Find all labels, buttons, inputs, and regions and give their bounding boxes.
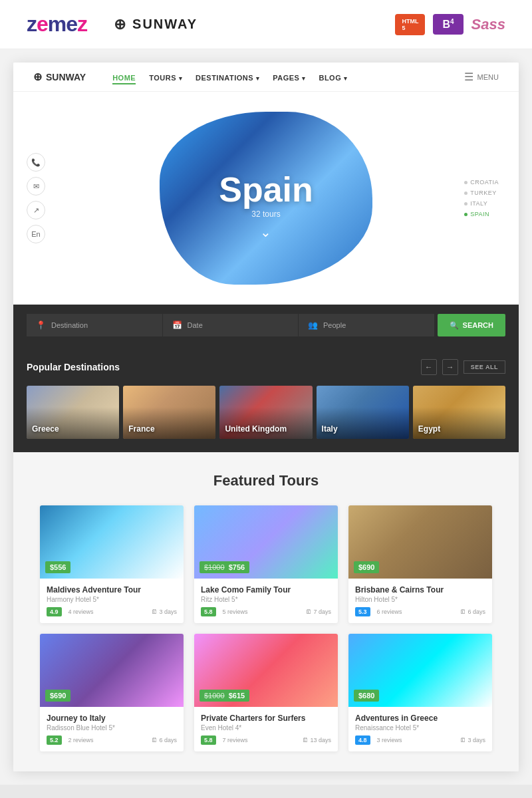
tour-days: 🗓 6 days bbox=[152, 737, 177, 743]
destinations-next[interactable]: → bbox=[442, 359, 458, 375]
tour-days: 🗓 3 days bbox=[152, 608, 177, 615]
hamburger-icon: ☰ bbox=[464, 70, 473, 83]
tour-name: Lake Como Family Tour bbox=[201, 585, 331, 595]
tour-image: $680 bbox=[348, 634, 492, 707]
dest-france[interactable]: France bbox=[123, 386, 215, 439]
sunway-icon: ⊕ bbox=[114, 16, 127, 33]
search-icon: 🔍 bbox=[450, 321, 459, 330]
nav-pages[interactable]: PAGES ▾ bbox=[273, 71, 305, 83]
share-button[interactable]: ↗ bbox=[27, 201, 45, 219]
tour-rating: 4.8 bbox=[355, 735, 370, 745]
dest-greece-label: Greece bbox=[32, 424, 59, 434]
nav-tours[interactable]: TOURS ▾ bbox=[149, 71, 182, 83]
date-field[interactable]: 📅 Date bbox=[163, 314, 299, 336]
dest-uk-label: United Kingdom bbox=[225, 424, 287, 434]
dest-egypt[interactable]: Egypt bbox=[413, 386, 505, 439]
site-frame: ⊕ SUNWAY HOME TOURS ▾ DESTINATIONS ▾ PAG… bbox=[13, 63, 519, 771]
bootstrap-badge: B4 bbox=[433, 14, 463, 35]
tour-hotel: Even Hotel 4* bbox=[201, 724, 331, 732]
tour-card[interactable]: $690 Brisbane & Cairns Tour Hilton Hotel… bbox=[348, 505, 492, 623]
tour-card[interactable]: $1000 $615 Private Charters for Surfers … bbox=[194, 634, 338, 751]
tour-price: $1000 $756 bbox=[200, 561, 249, 573]
hero-content: Spain 32 tours ⌄ bbox=[219, 170, 313, 240]
tour-info: Lake Como Family Tour Ritz Hotel 5* 5.8 … bbox=[194, 579, 338, 623]
location-icon: 📍 bbox=[36, 321, 46, 330]
destinations-section: Popular Destinations ← → SEE ALL Greece bbox=[13, 346, 519, 452]
top-bar: zemez ⊕ SUNWAY HTML 5 B4 Sass bbox=[0, 0, 532, 49]
dest-egypt-label: Egypt bbox=[418, 424, 440, 434]
people-field[interactable]: 👥 People bbox=[299, 314, 434, 336]
phone-button[interactable]: 📞 bbox=[27, 153, 45, 172]
tour-rating: 5.2 bbox=[47, 735, 62, 745]
nav-links: HOME TOURS ▾ DESTINATIONS ▾ PAGES ▾ BLOG… bbox=[112, 71, 347, 83]
tour-card[interactable]: $556 Maldives Adventure Tour Harmony Hot… bbox=[40, 505, 184, 623]
tour-rating: 5.8 bbox=[201, 607, 216, 616]
hero-section: 📞 ✉ ↗ En Spain 32 tours ⌄ CROATIA TURKEY… bbox=[13, 92, 519, 305]
dest-italy-label: Italy bbox=[322, 424, 338, 434]
price-value: $680 bbox=[358, 692, 374, 700]
dest-france-label: France bbox=[128, 424, 154, 434]
tour-reviews: 2 reviews bbox=[68, 737, 94, 743]
tour-rating: 5.8 bbox=[201, 735, 216, 745]
tour-meta: 5.3 6 reviews 🗓 6 days bbox=[355, 607, 485, 616]
language-button[interactable]: En bbox=[27, 225, 45, 243]
crumb-turkey: TURKEY bbox=[464, 190, 499, 196]
price-value: $690 bbox=[358, 563, 374, 571]
search-button[interactable]: 🔍 SEARCH bbox=[438, 314, 505, 336]
tour-card[interactable]: $690 Journey to Italy Radisson Blue Hote… bbox=[40, 634, 184, 751]
tour-card[interactable]: $1000 $756 Lake Como Family Tour Ritz Ho… bbox=[194, 505, 338, 623]
nav-destinations[interactable]: DESTINATIONS ▾ bbox=[196, 71, 259, 83]
old-price: $1000 bbox=[204, 563, 225, 571]
html5-badge: HTML 5 bbox=[395, 14, 425, 35]
price-value: $690 bbox=[50, 692, 66, 700]
tour-hotel: Harmony Hotel 5* bbox=[47, 596, 177, 603]
tour-info: Journey to Italy Radisson Blue Hotel 5* … bbox=[40, 707, 184, 751]
tech-badges: HTML 5 B4 Sass bbox=[395, 14, 505, 35]
tour-name: Private Charters for Surfers bbox=[201, 714, 331, 723]
destination-field[interactable]: 📍 Destination bbox=[27, 314, 162, 336]
tour-image: $1000 $756 bbox=[194, 505, 338, 579]
nav-blog[interactable]: BLOG ▾ bbox=[319, 71, 347, 83]
dest-greece[interactable]: Greece bbox=[27, 386, 119, 439]
tour-meta: 5.2 2 reviews 🗓 6 days bbox=[47, 735, 177, 745]
featured-title: Featured Tours bbox=[40, 472, 492, 489]
people-icon: 👥 bbox=[308, 321, 318, 330]
crumb-spain: SPAIN bbox=[464, 211, 499, 217]
tour-days: 🗓 7 days bbox=[306, 608, 331, 615]
dest-uk[interactable]: United Kingdom bbox=[219, 386, 312, 439]
tour-info: Private Charters for Surfers Even Hotel … bbox=[194, 707, 338, 751]
tour-rating: 4.9 bbox=[47, 607, 62, 616]
nav-menu[interactable]: ☰ MENU bbox=[464, 70, 499, 83]
destinations-prev[interactable]: ← bbox=[421, 359, 437, 375]
nav-home[interactable]: HOME bbox=[112, 71, 136, 83]
logo-icon: ⊕ bbox=[33, 70, 42, 83]
tour-hotel: Hilton Hotel 5* bbox=[355, 596, 485, 603]
email-button[interactable]: ✉ bbox=[27, 177, 45, 196]
tour-days: 🗓 6 days bbox=[460, 608, 485, 615]
site-nav: ⊕ SUNWAY HOME TOURS ▾ DESTINATIONS ▾ PAG… bbox=[13, 63, 519, 92]
tour-reviews: 4 reviews bbox=[68, 608, 94, 615]
tour-reviews: 7 reviews bbox=[223, 737, 248, 743]
tour-image: $690 bbox=[348, 505, 492, 579]
see-all-button[interactable]: SEE ALL bbox=[464, 360, 505, 374]
tour-price: $1000 $615 bbox=[200, 690, 249, 702]
calendar-icon: 📅 bbox=[172, 321, 182, 330]
hero-subtitle: 32 tours bbox=[219, 209, 313, 219]
site-logo: ⊕ SUNWAY bbox=[33, 70, 86, 83]
tour-meta: 4.9 4 reviews 🗓 3 days bbox=[47, 607, 177, 616]
dest-italy[interactable]: Italy bbox=[317, 386, 409, 439]
tour-name: Journey to Italy bbox=[47, 714, 177, 723]
tour-days: 🗓 13 days bbox=[303, 737, 331, 743]
tour-price: $690 bbox=[45, 690, 70, 702]
crumb-italy: ITALY bbox=[464, 200, 499, 207]
tour-hotel: Radisson Blue Hotel 5* bbox=[47, 724, 177, 732]
tour-reviews: 6 reviews bbox=[377, 608, 402, 615]
tour-name: Adventures in Greece bbox=[355, 714, 485, 723]
tour-reviews: 3 reviews bbox=[377, 737, 402, 743]
destinations-header: Popular Destinations ← → SEE ALL bbox=[27, 359, 505, 375]
tour-meta: 5.8 5 reviews 🗓 7 days bbox=[201, 607, 331, 616]
tour-card[interactable]: $680 Adventures in Greece Renaissance Ho… bbox=[348, 634, 492, 751]
old-price: $1000 bbox=[204, 692, 225, 700]
tour-reviews: 5 reviews bbox=[223, 608, 248, 615]
tour-days: 🗓 3 days bbox=[460, 737, 485, 743]
